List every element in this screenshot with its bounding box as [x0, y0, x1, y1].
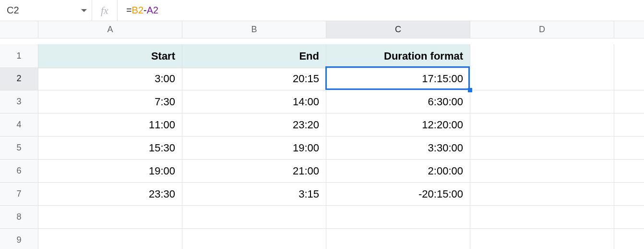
col-head-A[interactable]: A — [38, 21, 182, 38]
col-head-C[interactable]: C — [326, 21, 470, 38]
spreadsheet-grid[interactable]: A B C D E 1 Start End Duration format 2 … — [0, 21, 644, 249]
fx-label: fx — [101, 4, 108, 17]
cell-E1[interactable] — [614, 44, 644, 68]
cell-E2[interactable] — [614, 67, 644, 90]
cell-C5[interactable]: 3:30:00 — [326, 137, 470, 160]
cell-E5[interactable] — [614, 137, 644, 160]
col-head-E[interactable]: E — [614, 21, 644, 38]
cell-D9[interactable] — [470, 229, 614, 249]
cell-D4[interactable] — [470, 113, 614, 137]
row-head-8[interactable]: 8 — [0, 206, 38, 229]
cell-D2[interactable] — [470, 67, 614, 90]
formula-ref1: B2 — [132, 5, 143, 16]
cell-D6[interactable] — [470, 160, 614, 183]
cell-C6[interactable]: 2:00:00 — [326, 160, 470, 183]
row-head-9[interactable]: 9 — [0, 229, 38, 249]
cell-B5[interactable]: 19:00 — [182, 137, 326, 160]
cell-A2[interactable]: 3:00 — [38, 67, 182, 90]
cell-B4[interactable]: 23:20 — [182, 113, 326, 137]
cell-B1[interactable]: End — [182, 44, 326, 68]
cell-D1[interactable] — [470, 44, 614, 68]
col-head-D[interactable]: D — [470, 21, 614, 38]
name-box[interactable]: C2 — [0, 0, 92, 21]
cell-B9[interactable] — [182, 229, 326, 249]
cell-D8[interactable] — [470, 206, 614, 229]
cell-E8[interactable] — [614, 206, 644, 229]
row-head-1[interactable]: 1 — [0, 44, 38, 68]
cell-E9[interactable] — [614, 229, 644, 249]
cell-E7[interactable] — [614, 183, 644, 206]
formula-bar: C2 fx = B2 - A2 — [0, 0, 644, 21]
row-head-6[interactable]: 6 — [0, 160, 38, 183]
cell-B6[interactable]: 21:00 — [182, 160, 326, 183]
cell-B7[interactable]: 3:15 — [182, 183, 326, 206]
cell-A3[interactable]: 7:30 — [38, 90, 182, 113]
cell-C1[interactable]: Duration format — [326, 44, 470, 68]
cell-E4[interactable] — [614, 113, 644, 137]
cell-A8[interactable] — [38, 206, 182, 229]
cell-E3[interactable] — [614, 90, 644, 113]
formula-eq: = — [126, 5, 132, 16]
cell-A9[interactable] — [38, 229, 182, 249]
formula-op: - — [143, 5, 147, 16]
cell-A7[interactable]: 23:30 — [38, 183, 182, 206]
chevron-down-icon[interactable] — [81, 9, 87, 12]
cell-D5[interactable] — [470, 137, 614, 160]
cell-C3[interactable]: 6:30:00 — [326, 90, 470, 113]
cell-A4[interactable]: 11:00 — [38, 113, 182, 137]
cell-C7[interactable]: -20:15:00 — [326, 183, 470, 206]
row-head-7[interactable]: 7 — [0, 183, 38, 206]
cell-C8[interactable] — [326, 206, 470, 229]
cell-D3[interactable] — [470, 90, 614, 113]
cell-E6[interactable] — [614, 160, 644, 183]
cell-B2[interactable]: 20:15 — [182, 67, 326, 90]
cell-C9[interactable] — [326, 229, 470, 249]
cell-B8[interactable] — [182, 206, 326, 229]
cell-A6[interactable]: 19:00 — [38, 160, 182, 183]
name-box-value: C2 — [7, 5, 78, 16]
cell-A1[interactable]: Start — [38, 44, 182, 68]
cell-B3[interactable]: 14:00 — [182, 90, 326, 113]
cell-C2[interactable]: 17:15:00 — [326, 67, 470, 90]
row-head-3[interactable]: 3 — [0, 90, 38, 113]
row-head-2[interactable]: 2 — [0, 67, 38, 90]
cell-D7[interactable] — [470, 183, 614, 206]
col-head-B[interactable]: B — [182, 21, 326, 38]
fx-icon: fx — [92, 0, 118, 21]
row-head-4[interactable]: 4 — [0, 113, 38, 137]
formula-input[interactable]: = B2 - A2 — [118, 0, 644, 21]
select-all-corner[interactable] — [0, 21, 38, 38]
row-head-5[interactable]: 5 — [0, 137, 38, 160]
cell-C4[interactable]: 12:20:00 — [326, 113, 470, 137]
formula-ref2: A2 — [147, 5, 158, 16]
cell-A5[interactable]: 15:30 — [38, 137, 182, 160]
